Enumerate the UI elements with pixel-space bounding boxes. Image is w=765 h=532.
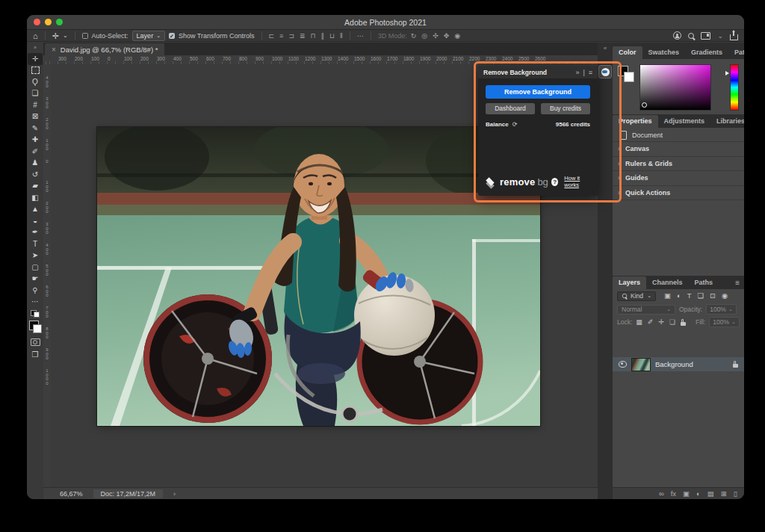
gradient-tool[interactable]: ◧	[28, 192, 43, 204]
align-bottom-edges-icon: ⊔	[329, 31, 335, 40]
filter-pixel-layers-icon[interactable]: ▣	[664, 291, 671, 300]
brush-tool[interactable]: ✐	[28, 146, 43, 158]
layer-row-background[interactable]: Background	[613, 357, 744, 371]
panel-menu-icon[interactable]: ≡	[731, 276, 744, 289]
background-color-swatch[interactable]	[33, 324, 42, 333]
account-icon[interactable]	[673, 31, 681, 40]
tab-layers[interactable]: Layers	[613, 276, 646, 289]
share-icon[interactable]	[730, 34, 738, 40]
panel-color-swatches[interactable]	[618, 66, 634, 82]
removebg-plugin-dock-icon[interactable]	[598, 65, 612, 78]
more-options-icon[interactable]: ⋯	[357, 31, 364, 40]
section-quick-actions[interactable]: ›Quick Actions	[613, 186, 744, 201]
rectangle-tool[interactable]: ▢	[28, 262, 43, 273]
zoom-window-button[interactable]	[56, 19, 63, 25]
clone-stamp-tool[interactable]: ♟	[28, 158, 43, 170]
tool-preset-chevron-icon[interactable]: ⌄	[63, 31, 68, 41]
section-guides[interactable]: ›Guides	[613, 171, 744, 186]
tab-paths[interactable]: Paths	[689, 276, 719, 289]
remove-background-button[interactable]: Remove Background	[486, 85, 590, 99]
delete-layer-icon[interactable]: ▯	[734, 489, 737, 498]
lasso-tool[interactable]: Ϙ	[28, 76, 43, 88]
tab-properties[interactable]: Properties	[613, 115, 658, 128]
tab-adjustments[interactable]: Adjustments	[658, 115, 711, 128]
quick-mask-icon[interactable]	[31, 338, 40, 346]
layer-name: Background	[655, 360, 693, 368]
document-properties-row[interactable]: Document	[613, 129, 744, 142]
layer-filter-dropdown[interactable]: Kind ⌄	[617, 291, 656, 301]
tab-libraries[interactable]: Libraries	[710, 115, 744, 128]
status-chevron-icon[interactable]: ›	[173, 490, 176, 498]
3d-camera-icon: ◉	[454, 31, 460, 40]
tab-color[interactable]: Color	[613, 46, 642, 59]
workspace-switcher-icon[interactable]	[701, 32, 710, 40]
tab-patterns[interactable]: Patterns	[728, 46, 744, 59]
path-selection-tool[interactable]: ➤	[28, 250, 43, 262]
plugin-menu-icon[interactable]: ≡	[589, 69, 592, 76]
plugin-collapse-icon[interactable]: »	[575, 69, 579, 76]
document-tab[interactable]: × David.jpg @ 66,7% (RGB/8#) *	[45, 43, 164, 55]
plugin-panel-tab[interactable]: Remove Background	[483, 69, 547, 76]
tab-swatches[interactable]: Swatches	[642, 46, 686, 59]
screen-mode-icon[interactable]: ❐	[32, 350, 39, 359]
frame-tool[interactable]: ⊠	[28, 111, 43, 123]
help-icon[interactable]: ?	[551, 178, 558, 186]
hand-tool[interactable]: ☛	[28, 273, 43, 285]
eyedropper-tool[interactable]: ✎	[28, 123, 43, 134]
crop-tool[interactable]: #	[28, 99, 43, 111]
default-colors-icon[interactable]	[31, 310, 40, 318]
rectangular-marquee-tool[interactable]	[28, 65, 43, 77]
home-icon[interactable]: ⌂	[33, 31, 38, 41]
filter-adjustment-layers-icon[interactable]: ◐	[677, 291, 681, 300]
object-selection-tool[interactable]: ❏	[28, 88, 43, 100]
auto-select-target-dropdown[interactable]: Layer ⌄	[132, 31, 165, 41]
blur-tool[interactable]: ▲	[28, 204, 43, 216]
edit-toolbar[interactable]: ⋯	[28, 297, 43, 309]
filter-shape-layers-icon[interactable]: ❏	[698, 291, 704, 300]
type-tool[interactable]: T	[28, 238, 43, 250]
zoom-level-field[interactable]: 66,67%	[60, 490, 83, 498]
how-it-works-link[interactable]: How it works	[564, 175, 592, 188]
zoom-tool[interactable]: ⚲	[28, 285, 43, 297]
layer-visibility-icon[interactable]	[619, 361, 627, 368]
layer-group-icon[interactable]: ▤	[707, 489, 714, 498]
history-brush-tool[interactable]: ↺	[28, 169, 43, 181]
dodge-tool[interactable]: ◒	[28, 215, 43, 227]
show-transform-checkbox[interactable]: ✓	[169, 33, 175, 39]
layer-mask-icon[interactable]: ▣	[683, 489, 690, 498]
search-icon[interactable]	[688, 33, 694, 39]
filter-type-layers-icon[interactable]: T	[687, 291, 692, 300]
buy-credits-button[interactable]: Buy credits	[541, 103, 590, 114]
dock-collapse-icon[interactable]: «	[604, 43, 607, 58]
refresh-balance-icon[interactable]: ⟳	[512, 121, 518, 128]
saturation-brightness-field[interactable]	[639, 64, 711, 111]
adjustment-layer-icon[interactable]: ◐	[696, 489, 701, 498]
dashboard-button[interactable]: Dashboard	[486, 103, 535, 114]
color-cursor[interactable]	[642, 102, 647, 108]
eraser-tool[interactable]: ▰	[28, 181, 43, 193]
layer-effects-icon[interactable]: fx	[671, 489, 676, 498]
workspace-chevron-icon[interactable]: ⌄	[717, 31, 723, 40]
move-tool-preset-icon[interactable]: ✛	[52, 31, 59, 41]
close-tab-icon[interactable]: ×	[52, 46, 56, 54]
hue-slider-cursor[interactable]	[725, 71, 731, 75]
panel-background-swatch[interactable]	[624, 72, 634, 82]
spot-healing-brush-tool[interactable]: ✚	[28, 134, 43, 146]
pen-tool[interactable]: ✒	[28, 227, 43, 239]
foreground-background-swatches[interactable]	[29, 321, 42, 333]
link-layers-icon[interactable]: ∞	[659, 489, 664, 498]
section-rulers-grids[interactable]: ›Rulers & Grids	[613, 157, 744, 172]
filter-toggle-icon[interactable]: ◉	[722, 291, 728, 300]
tab-channels[interactable]: Channels	[646, 276, 689, 289]
document-info-field[interactable]: Doc: 17,2M/17,2M	[93, 489, 164, 498]
filter-smart-objects-icon[interactable]: ⊡	[710, 291, 716, 300]
layer-thumbnail[interactable]	[631, 358, 651, 371]
minimize-window-button[interactable]	[45, 19, 52, 25]
close-window-button[interactable]	[34, 19, 40, 25]
section-canvas[interactable]: ›Canvas	[613, 142, 744, 157]
tab-gradients[interactable]: Gradients	[685, 46, 728, 59]
auto-select-checkbox[interactable]	[82, 33, 88, 39]
tools-collapse-icon[interactable]: »	[34, 43, 37, 53]
move-tool[interactable]: ✛	[28, 53, 43, 65]
new-layer-icon[interactable]: ⊞	[721, 489, 727, 498]
